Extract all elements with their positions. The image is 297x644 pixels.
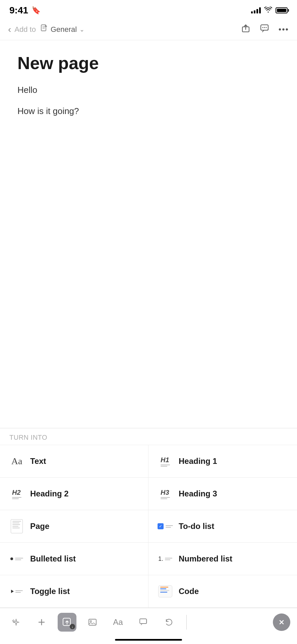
more-button[interactable]: ••• xyxy=(279,25,289,34)
status-bar: 9:41 🔖 xyxy=(0,0,297,19)
toggle-icon xyxy=(9,584,24,599)
turn-into-heading2[interactable]: H2 Heading 2 xyxy=(0,478,148,510)
undo-button[interactable] xyxy=(160,613,178,632)
svg-point-8 xyxy=(90,621,92,622)
turn-into-text[interactable]: Aa Text xyxy=(0,445,148,478)
status-time: 9:41 xyxy=(9,5,28,16)
toolbar-divider xyxy=(186,615,187,630)
paragraph-hello[interactable]: Hello xyxy=(17,84,280,97)
todo-label: To-do list xyxy=(179,522,214,531)
bookmark-icon: 🔖 xyxy=(32,6,41,15)
numbered-icon: 1. xyxy=(158,551,173,566)
share-button[interactable] xyxy=(241,23,250,35)
status-icons xyxy=(251,7,288,14)
text-icon: Aa xyxy=(9,454,24,469)
code-icon xyxy=(158,584,173,599)
heading3-icon: H3 xyxy=(158,486,173,501)
bulleted-label: Bulleted list xyxy=(30,554,76,564)
font-button[interactable]: Aa xyxy=(109,613,127,632)
upload-button[interactable]: ↓ xyxy=(58,613,76,632)
comment-button[interactable] xyxy=(260,23,269,35)
turn-into-grid: Aa Text H1 Heading 1 xyxy=(0,445,297,608)
signal-icon xyxy=(251,7,261,13)
home-indicator xyxy=(115,639,182,641)
bottom-panel: TURN INTO Aa Text H1 xyxy=(0,428,297,644)
close-button[interactable] xyxy=(273,613,290,631)
comment-toolbar-button[interactable] xyxy=(134,613,153,632)
location-breadcrumb[interactable]: General ⌄ xyxy=(41,24,241,35)
svg-point-5 xyxy=(265,27,266,28)
turn-into-page[interactable]: Page xyxy=(0,510,148,543)
turn-into-code[interactable]: Code xyxy=(148,575,297,608)
heading3-label: Heading 3 xyxy=(179,489,217,498)
nav-bar: ‹ Add to General ⌄ xyxy=(0,19,297,40)
wifi-icon xyxy=(264,7,272,14)
svg-point-3 xyxy=(262,27,263,28)
turn-into-bulleted[interactable]: Bulleted list xyxy=(0,543,148,575)
document-title[interactable]: New page xyxy=(17,54,280,73)
chevron-down-icon: ⌄ xyxy=(79,26,84,33)
turn-into-panel: TURN INTO Aa Text H1 xyxy=(0,428,297,608)
nav-actions: ••• xyxy=(241,23,289,35)
bullet-icon xyxy=(9,551,24,566)
page-icon xyxy=(9,519,24,534)
location-text: General xyxy=(51,25,77,34)
heading2-icon: H2 xyxy=(9,486,24,501)
back-button[interactable]: ‹ xyxy=(8,24,11,35)
page-label: Page xyxy=(30,522,49,531)
home-bar xyxy=(0,636,297,644)
heading1-icon: H1 xyxy=(158,454,173,469)
heading1-label: Heading 1 xyxy=(179,457,217,466)
svg-rect-9 xyxy=(140,619,146,624)
text-label: Text xyxy=(30,457,46,466)
toolbar: ↓ Aa xyxy=(0,608,297,636)
turn-into-todo[interactable]: ✓ To-do list xyxy=(148,510,297,543)
toggle-label: Toggle list xyxy=(30,587,70,596)
turn-into-heading1[interactable]: H1 Heading 1 xyxy=(148,445,297,478)
turn-into-toggle[interactable]: Toggle list xyxy=(0,575,148,608)
svg-rect-7 xyxy=(89,619,96,625)
battery-icon xyxy=(276,7,288,13)
turn-into-header: TURN INTO xyxy=(0,428,297,445)
code-label: Code xyxy=(179,587,199,596)
add-to-label: Add to xyxy=(14,25,36,34)
add-button[interactable] xyxy=(32,613,51,632)
image-button[interactable] xyxy=(83,613,102,632)
turn-into-numbered[interactable]: 1. Numbered list xyxy=(148,543,297,575)
turn-into-heading3[interactable]: H3 Heading 3 xyxy=(148,478,297,510)
svg-point-4 xyxy=(264,27,265,28)
heading2-label: Heading 2 xyxy=(30,489,69,498)
sparkle-button[interactable] xyxy=(7,613,25,632)
document-content: New page Hello How is it going? xyxy=(0,40,297,136)
numbered-label: Numbered list xyxy=(179,554,232,564)
paragraph-how[interactable]: How is it going? xyxy=(17,105,280,118)
doc-icon xyxy=(41,24,48,35)
todo-icon: ✓ xyxy=(158,519,173,534)
